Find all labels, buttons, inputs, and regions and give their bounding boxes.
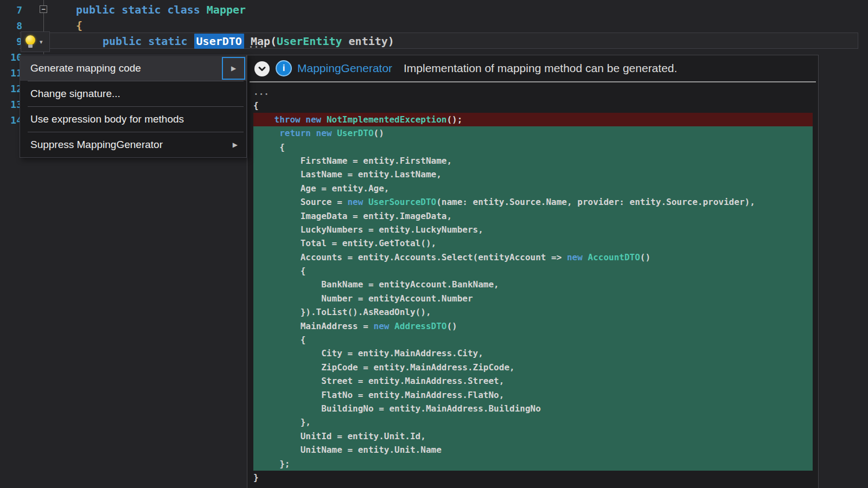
code-token (332, 128, 337, 138)
selected-symbol: UserDTO (194, 34, 244, 49)
code-token: UnitId = entity.Unit.Id, (253, 431, 426, 441)
code-token: () (640, 252, 650, 262)
preview-code-line-add: Total = entity.GetTotal(), (253, 236, 813, 250)
line-number: 12 (0, 81, 22, 97)
preview-code-line-add: return new UserDTO() (253, 126, 813, 140)
expander-button[interactable] (254, 61, 270, 76)
quick-actions-lightbulb[interactable]: ▾ (21, 31, 50, 52)
diagnostic-provider-link[interactable]: MappingGenerator (297, 62, 392, 75)
code-token: AddressDTO (394, 321, 446, 331)
code-token (253, 128, 279, 138)
code-token: new (567, 252, 583, 262)
code-token: }, (253, 417, 311, 427)
code-token: () (446, 321, 457, 331)
code-token: Age = entity.Age, (253, 183, 389, 194)
code-token: MainAddress = (253, 321, 374, 331)
preview-code-line-add: }; (253, 457, 813, 471)
preview-code-line-add: ImageData = entity.ImageData, (253, 209, 813, 223)
code-token: Total = entity.GetTotal(), (253, 238, 436, 248)
preview-code-line-add: FlatNo = entity.MainAddress.FlatNo, (253, 388, 813, 402)
code-token: UnitName = entity.Unit.Name (253, 445, 442, 455)
preview-code-line-add: FirstName = entity.FirstName, (253, 154, 813, 168)
chevron-down-icon (258, 65, 266, 73)
code-token: UserSourceDTO (368, 197, 436, 207)
preview-code-line-add: UnitId = entity.Unit.Id, (253, 429, 813, 443)
code-token: public static (103, 35, 194, 48)
menu-item-label: Generate mapping code (30, 62, 141, 74)
line-number: 10 (0, 49, 22, 65)
preview-code-line-ctx: } (253, 471, 813, 484)
preview-code-line-add: }, (253, 415, 813, 429)
code-token: ) (388, 35, 394, 48)
submenu-expander-button[interactable]: ▶ (222, 57, 245, 80)
code-token: { (253, 100, 259, 111)
info-icon: i (276, 60, 292, 76)
code-token: LastName = entity.LastName, (253, 169, 442, 179)
preview-code-line-add: City = entity.MainAddress.City, (253, 346, 813, 360)
code-token: BuildingNo = entity.MainAddress.Building… (253, 403, 541, 414)
code-token (311, 128, 316, 138)
preview-code-line-add: Accounts = entity.Accounts.Select(entity… (253, 251, 813, 264)
code-token: { (76, 19, 82, 32)
code-token: public static class (76, 3, 207, 16)
code-token: FirstName = entity.FirstName, (253, 156, 452, 166)
code-token: new (316, 128, 332, 138)
code-token: }; (253, 459, 290, 469)
lightbulb-dropdown-chevron-icon[interactable]: ▾ (40, 39, 43, 45)
preview-code-line-add: BankName = entityAccount.BankName, (253, 278, 813, 291)
menu-item-use-expression-body[interactable]: Use expression body for methods (20, 107, 246, 132)
code-token: { (253, 266, 305, 276)
code-token: { (253, 335, 305, 345)
code-token: ZipCode = entity.MainAddress.ZipCode, (253, 362, 515, 373)
code-line-7[interactable]: public static class Mapper (76, 2, 246, 18)
code-line-8[interactable]: { (76, 18, 82, 34)
diagnostic-message: Implementation of mapping method can be … (404, 62, 677, 75)
code-token: Source = (253, 197, 347, 207)
menu-item-generate-mapping-code[interactable]: Generate mapping code ▶ (20, 56, 246, 81)
code-editor: { "editor": { "gutter_lines": ["7", "8",… (0, 0, 868, 488)
code-token (321, 114, 327, 125)
preview-code-line-add: { (253, 264, 813, 278)
code-token: UserEntity (277, 35, 342, 48)
preview-code-line-add: }).ToList().AsReadOnly(), (253, 305, 813, 319)
code-token: Street = entity.MainAddress.Street, (253, 376, 504, 386)
code-token (389, 321, 394, 331)
refactoring-suggestion-dots: ... (248, 42, 265, 48)
preview-popup-header: i MappingGenerator Implementation of map… (247, 55, 818, 81)
line-number: 13 (0, 97, 22, 112)
preview-code-line-add: Age = entity.Age, (253, 182, 813, 195)
code-token: ImageData = entity.ImageData, (253, 211, 452, 221)
code-token (253, 114, 275, 125)
code-token: LuckyNumbers = entity.LuckyNumbers, (253, 224, 483, 235)
menu-item-suppress-mappinggenerator[interactable]: Suppress MappingGenerator ▶ (20, 132, 246, 157)
code-token: }).ToList().AsReadOnly(), (253, 307, 431, 317)
preview-code-line-add: UnitName = entity.Unit.Name (253, 443, 813, 457)
preview-code-line-add: ZipCode = entity.MainAddress.ZipCode, (253, 361, 813, 374)
submenu-arrow-icon: ▶ (233, 142, 238, 148)
preview-code-line-ctx: { (253, 99, 813, 112)
quick-actions-menu: Generate mapping code ▶ Change signature… (20, 55, 247, 158)
code-token: new (305, 114, 321, 125)
preview-code-line-add: MainAddress = new AddressDTO() (253, 319, 813, 333)
lightbulb-icon (25, 35, 36, 49)
code-token: FlatNo = entity.MainAddress.FlatNo, (253, 390, 504, 400)
preview-code-line-add: Number = entityAccount.Number (253, 292, 813, 305)
code-token: return (279, 128, 311, 138)
code-token: (name: entity.Source.Name, provider: ent… (436, 197, 755, 207)
code-token: (); (446, 114, 462, 125)
preview-code-line-add: Street = entity.MainAddress.Street, (253, 374, 813, 388)
line-number: 9 (0, 34, 22, 49)
code-token: ... (253, 87, 269, 97)
fold-collapse-button[interactable]: − (40, 5, 47, 13)
code-token: Number = entityAccount.Number (253, 293, 473, 304)
code-token: AccountDTO (588, 252, 640, 262)
preview-code-line-add: BuildingNo = entity.MainAddress.Building… (253, 402, 813, 415)
menu-item-change-signature[interactable]: Change signature... (20, 81, 246, 106)
code-token: City = entity.MainAddress.City, (253, 348, 483, 358)
code-token: } (253, 472, 259, 483)
menu-item-label: Suppress MappingGenerator (30, 139, 163, 151)
code-token: UserDTO (337, 128, 373, 138)
code-token: throw (275, 114, 301, 125)
line-number: 14 (0, 112, 22, 128)
line-number: 7 (0, 2, 22, 18)
